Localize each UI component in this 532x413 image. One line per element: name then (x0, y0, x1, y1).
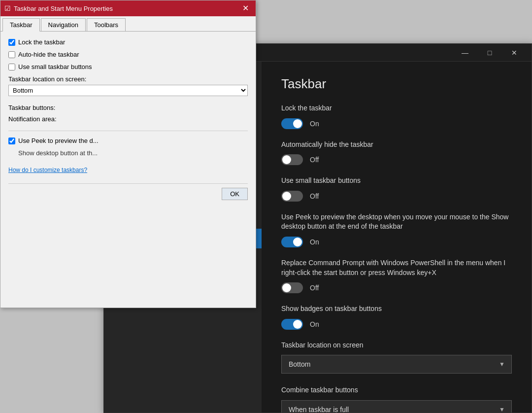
peek-toggle[interactable] (281, 237, 303, 247)
tab-taskbar[interactable]: Taskbar (2, 18, 40, 32)
setting-autohide: Automatically hide the taskbar Off (281, 140, 512, 166)
customize-link[interactable]: How do I customize taskbars? (8, 167, 248, 173)
close-button[interactable]: ✕ (503, 46, 526, 60)
autohide-toggle-label: Off (310, 156, 319, 164)
small-buttons-toggle-label: Off (310, 192, 319, 200)
maximize-button[interactable]: □ (478, 46, 501, 60)
badges-toggle-row: On (281, 319, 512, 330)
autohide-toggle[interactable] (281, 154, 303, 165)
tab-toolbars[interactable]: Toolbars (87, 18, 126, 31)
dialog-titlebar: ☑ Taskbar and Start Menu Properties ✕ (0, 0, 256, 16)
combine-setting-label: Combine taskbar buttons (281, 385, 512, 395)
dialog-content: Lock the taskbar Auto-hide the taskbar U… (0, 32, 256, 308)
dialog-title: Taskbar and Start Menu Properties (14, 5, 113, 12)
autohide-setting-label: Automatically hide the taskbar (281, 140, 512, 150)
ok-button[interactable]: OK (222, 188, 248, 200)
checkbox-small-buttons[interactable]: Use small taskbar buttons (8, 63, 248, 70)
peek-toggle-label: On (310, 238, 319, 246)
buttons-label: Taskbar buttons: (8, 104, 248, 111)
checkbox-lock-taskbar[interactable]: Lock the taskbar (8, 38, 248, 46)
small-buttons-checkbox[interactable] (8, 64, 15, 70)
checkbox-peek[interactable]: Use Peek to preview the d... (8, 137, 248, 144)
powershell-setting-label: Replace Command Prompt with Windows Powe… (281, 258, 512, 277)
dialog-tabs: Taskbar Navigation Toolbars (0, 16, 256, 32)
location-label: Taskbar location on screen: (8, 75, 248, 83)
location-select[interactable]: Bottom Top Left Right (281, 355, 512, 374)
combine-select-wrapper: Always, hide labels When taskbar is full… (281, 400, 512, 413)
settings-main: Taskbar Lock the taskbar On Automaticall… (262, 62, 532, 413)
lock-taskbar-toggle[interactable] (281, 118, 303, 129)
badges-setting-label: Show badges on taskbar buttons (281, 304, 512, 314)
combine-setting: Combine taskbar buttons Always, hide lab… (281, 385, 512, 413)
small-buttons-toggle-row: Off (281, 191, 512, 202)
location-dropdown[interactable]: Bottom (8, 85, 248, 96)
lock-taskbar-checkbox[interactable] (8, 39, 15, 46)
setting-powershell: Replace Command Prompt with Windows Powe… (281, 258, 512, 293)
peek-setting-label: Use Peek to preview the desktop when you… (281, 212, 512, 232)
small-buttons-setting-label: Use small taskbar buttons (281, 176, 512, 186)
setting-small-buttons: Use small taskbar buttons Off (281, 176, 512, 202)
page-title: Taskbar (281, 76, 512, 92)
peek-toggle-row: On (281, 237, 512, 247)
small-buttons-toggle[interactable] (281, 191, 303, 202)
badges-toggle[interactable] (281, 319, 303, 330)
lock-taskbar-setting-label: Lock the taskbar (281, 103, 512, 113)
setting-badges: Show badges on taskbar buttons On (281, 304, 512, 330)
combine-select[interactable]: Always, hide labels When taskbar is full… (281, 400, 512, 413)
taskbar-properties-dialog: ☑ Taskbar and Start Menu Properties ✕ Ta… (0, 0, 256, 308)
autohide-checkbox[interactable] (8, 51, 15, 58)
location-select-wrapper: Bottom Top Left Right ▼ (281, 355, 512, 374)
setting-lock-taskbar: Lock the taskbar On (281, 103, 512, 129)
autohide-toggle-row: Off (281, 154, 512, 165)
autohide-label: Auto-hide the taskbar (18, 51, 79, 58)
notification-label: Notification area: (8, 115, 248, 123)
window-controls: — □ ✕ (454, 46, 526, 60)
checkbox-autohide[interactable]: Auto-hide the taskbar (8, 51, 248, 58)
badges-toggle-label: On (310, 320, 319, 328)
powershell-toggle-label: Off (310, 284, 319, 292)
lock-taskbar-label: Lock the taskbar (18, 38, 65, 46)
lock-taskbar-toggle-row: On (281, 118, 512, 129)
tab-navigation[interactable]: Navigation (41, 18, 86, 31)
small-buttons-label: Use small taskbar buttons (18, 63, 92, 70)
powershell-toggle[interactable] (281, 282, 303, 293)
dialog-close-button[interactable]: ✕ (239, 3, 252, 13)
setting-peek: Use Peek to preview the desktop when you… (281, 212, 512, 247)
minimize-button[interactable]: — (454, 46, 476, 60)
peek-checkbox[interactable] (8, 138, 15, 144)
location-setting: Taskbar location on screen Bottom Top Le… (281, 341, 512, 374)
peek-label: Use Peek to preview the d... (18, 137, 99, 144)
dialog-app-icon: ☑ (4, 4, 11, 12)
lock-taskbar-toggle-label: On (310, 120, 319, 128)
location-setting-label: Taskbar location on screen (281, 341, 512, 350)
powershell-toggle-row: Off (281, 282, 512, 293)
